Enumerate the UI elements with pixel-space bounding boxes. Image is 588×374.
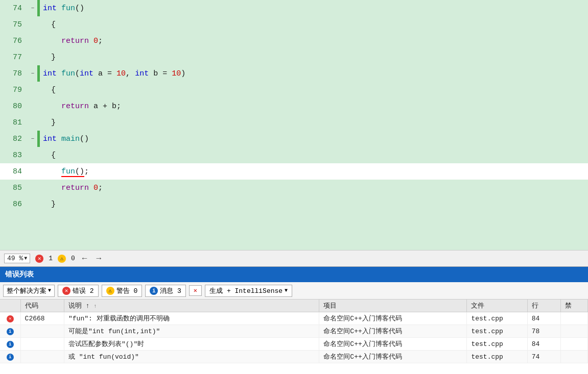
code-content-79: { [41,86,56,94]
th-suppress[interactable]: 禁 [561,300,588,312]
line-number-76: 76 [0,37,28,45]
code-content-75: { [41,20,56,29]
error-filter-icon: ✕ [62,287,70,295]
error-table-body: ✕ C2668 "fun": 对重载函数的调用不明确 命名空间C++入门博客代码… [0,312,588,363]
error-table-container[interactable]: 代码 说明 ↑ ↑ 项目 文件 行 [0,300,588,363]
row2-file: test.cpp [467,325,527,338]
row1-file: test.cpp [467,312,527,325]
warn-filter-btn[interactable]: ⚠ 警告 0 [102,285,143,297]
row1-type-icon: ✕ [0,312,20,325]
row1-line: 84 [527,312,561,325]
scope-dropdown-icon: ▼ [48,288,51,293]
error-panel-toolbar: 整个解决方案 ▼ ✕ 错误 2 ⚠ 警告 0 i 消息 3 ✕ 生成 + Int… [0,282,588,300]
warn-count: 0 [71,255,75,262]
error-panel-title-text: 错误列表 [5,270,34,279]
collapse-spacer-77 [28,54,37,60]
th-icon [0,300,20,312]
row4-project: 命名空间C++入门博客代码 [319,351,467,363]
table-row-3[interactable]: i 尝试匹配参数列表"()"时 命名空间C++入门博客代码 test.cpp 8… [0,338,588,351]
code-line-82: 82 − int main() [0,131,588,147]
scope-dropdown[interactable]: 整个解决方案 ▼ [3,285,55,297]
line-number-80: 80 [0,102,28,111]
code-line-78: 78 − int fun(int a = 10, int b = 10) [0,65,588,82]
row3-desc: 尝试匹配参数列表"()"时 [64,338,319,351]
row3-file: test.cpp [467,338,527,351]
zoom-control[interactable]: 49 % ▼ [4,254,30,263]
code-editor: 74 − int fun() 75 { 76 return 0; 77 } [0,0,588,250]
warn-filter-label: 警告 0 [116,286,138,295]
code-lines: 74 − int fun() 75 { 76 return 0; 77 } [0,0,588,212]
code-content-85: return 0; [41,184,103,192]
row4-line: 74 [527,351,561,363]
code-content-82: int main() [41,135,89,143]
line-number-81: 81 [0,118,28,127]
row1-project: 命名空间C++入门博客代码 [319,312,467,325]
error-panel: 错误列表 整个解决方案 ▼ ✕ 错误 2 ⚠ 警告 0 i 消息 3 ✕ 生成 … [0,266,588,374]
nav-prev-button[interactable]: ← [80,254,89,263]
collapse-spacer-85 [28,185,37,191]
collapse-spacer-79 [28,87,37,93]
error-filter-btn[interactable]: ✕ 错误 2 [58,285,99,297]
row3-type-icon: i [0,338,20,351]
row2-project: 命名空间C++入门博客代码 [319,325,467,338]
line-number-77: 77 [0,53,28,62]
clear-filter-icon: ✕ [194,287,197,294]
clear-filter-btn[interactable]: ✕ [189,285,202,296]
code-line-74: 74 − int fun() [0,0,588,16]
line-number-78: 78 [0,69,28,78]
code-line-84: 84 fun(); [0,163,588,180]
collapse-spacer-80 [28,103,37,109]
line-number-74: 74 [0,4,28,13]
line-number-83: 83 [0,151,28,160]
code-line-79: 79 { [0,82,588,98]
code-line-76: 76 return 0; [0,33,588,49]
row4-suppress [561,351,588,363]
code-content-80: return a + b; [41,102,121,111]
collapse-btn-78[interactable]: − [28,70,37,77]
row3-info-icon: i [7,341,14,348]
th-project[interactable]: 项目 [319,300,467,312]
code-content-83: { [41,151,56,160]
collapse-spacer-83 [28,152,37,158]
table-row-1[interactable]: ✕ C2668 "fun": 对重载函数的调用不明确 命名空间C++入门博客代码… [0,312,588,325]
error-panel-title: 错误列表 [0,267,588,282]
nav-next-button[interactable]: → [94,254,103,263]
error-count: 1 [49,255,53,262]
th-line[interactable]: 行 [527,300,561,312]
left-border-78 [37,65,40,82]
collapse-btn-82[interactable]: − [28,136,37,142]
line-number-82: 82 [0,135,28,143]
scope-label: 整个解决方案 [7,286,46,295]
th-code[interactable]: 代码 [20,300,64,312]
table-row-2[interactable]: i 可能是"int fun(int,int)" 命名空间C++入门博客代码 te… [0,325,588,338]
error-filter-label: 错误 2 [73,286,94,295]
info-filter-label: 消息 3 [160,286,181,295]
warn-status-icon: ⚠ [58,255,66,263]
zoom-dropdown-icon[interactable]: ▼ [24,256,27,261]
row1-error-icon: ✕ [7,315,14,322]
line-number-85: 85 [0,184,28,192]
collapse-btn-74[interactable]: − [28,5,37,11]
row4-desc: 或 "int fun(void)" [64,351,319,363]
row3-code [20,338,64,351]
table-row-4[interactable]: i 或 "int fun(void)" 命名空间C++入门博客代码 test.c… [0,351,588,363]
error-table: 代码 说明 ↑ ↑ 项目 文件 行 [0,300,588,363]
zoom-value: 49 % [7,255,23,262]
build-dropdown-icon: ▼ [285,288,288,293]
th-file[interactable]: 文件 [467,300,527,312]
line-number-86: 86 [0,200,28,209]
line-number-75: 75 [0,20,28,29]
row4-info-icon: i [7,354,14,361]
line-number-79: 79 [0,86,28,94]
row1-desc: "fun": 对重载函数的调用不明确 [64,312,319,325]
info-filter-btn[interactable]: i 消息 3 [145,285,186,297]
row2-line: 78 [527,325,561,338]
row2-type-icon: i [0,325,20,338]
build-filter-btn[interactable]: 生成 + IntelliSense ▼ [205,285,292,297]
code-line-85: 85 return 0; [0,180,588,196]
code-line-86: 86 } [0,196,588,212]
line-number-84: 84 [0,167,28,176]
th-desc[interactable]: 说明 ↑ ↑ [64,300,319,312]
warn-filter-icon: ⚠ [106,287,114,295]
row1-code: C2668 [20,312,64,325]
